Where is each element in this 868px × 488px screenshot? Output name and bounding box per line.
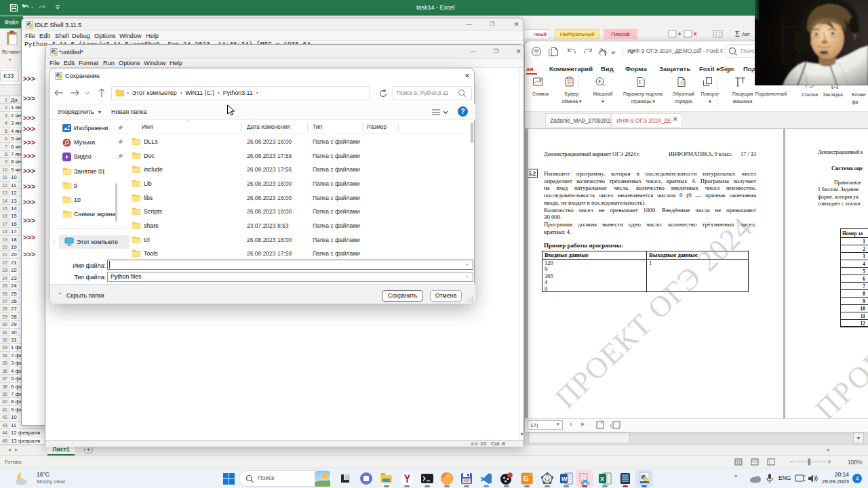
- svg-text:G: G: [524, 475, 529, 483]
- svg-text:Авт: Авт: [742, 31, 751, 37]
- svg-text:X: X: [600, 476, 604, 483]
- svg-text:Σ: Σ: [735, 29, 740, 39]
- svg-text:W: W: [561, 476, 568, 483]
- svg-text:100%: 100%: [848, 459, 863, 466]
